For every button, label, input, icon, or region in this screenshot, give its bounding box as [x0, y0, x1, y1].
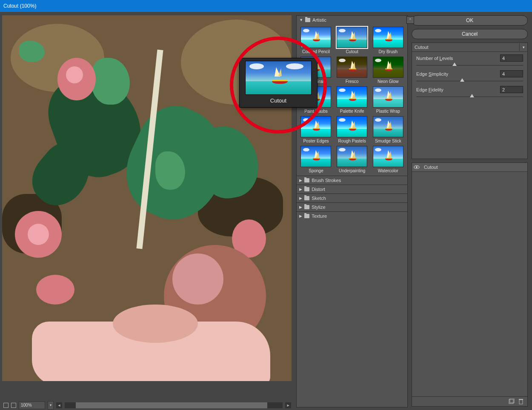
- filter-thumb-plastic-wrap[interactable]: Plastic Wrap: [371, 86, 405, 114]
- preview-pane: 100% ▾ ◄ ► Cutout: [0, 12, 295, 410]
- filter-thumb-neon-glow[interactable]: Neon Glow: [371, 57, 405, 84]
- filter-thumb-palette-knife[interactable]: Palette Knife: [335, 86, 369, 114]
- filter-thumb-label: Dry Brush: [379, 49, 398, 54]
- param-label: Edge Simplicity: [416, 71, 448, 77]
- category-label: Distort: [312, 187, 325, 192]
- folder-icon: [305, 18, 310, 22]
- ok-button[interactable]: OK: [412, 15, 528, 26]
- scroll-left-icon[interactable]: ◄: [56, 402, 62, 408]
- param-input[interactable]: [500, 70, 523, 77]
- expand-icon: ▶: [299, 196, 302, 200]
- window-titlebar: Cutout (100%): [0, 0, 532, 12]
- param-input[interactable]: [500, 86, 523, 93]
- filter-params-panel: Cutout ▾ Number of LevelsEdge Simplicity…: [412, 43, 528, 159]
- category-label: Stylize: [312, 205, 325, 210]
- param-input[interactable]: [500, 54, 523, 62]
- filter-thumb-cutout[interactable]: Cutout: [335, 27, 369, 54]
- filter-thumb-underpainting[interactable]: Underpainting: [335, 146, 369, 173]
- folder-icon: [304, 187, 309, 191]
- filter-tooltip: Cutout: [239, 58, 317, 108]
- collapse-panel-icon[interactable]: ⌃: [406, 16, 414, 24]
- collapse-icon: ▼: [299, 18, 303, 22]
- svg-point-1: [416, 166, 418, 168]
- filter-thumb-label: Sponge: [309, 168, 323, 173]
- new-layer-icon[interactable]: [509, 399, 515, 404]
- filter-thumb-colored-pencil[interactable]: Colored Pencil: [299, 27, 333, 54]
- filter-thumb-label: Fresco: [346, 79, 359, 84]
- category-label: Artistic: [312, 17, 326, 23]
- filter-thumb-label: Watercolor: [378, 168, 398, 173]
- filter-select[interactable]: Cutout ▾: [412, 43, 527, 52]
- filter-thumb-watercolor[interactable]: Watercolor: [371, 146, 405, 173]
- category-label: Brush Strokes: [312, 178, 341, 183]
- filter-thumb-dry-brush[interactable]: Dry Brush: [371, 27, 405, 54]
- filter-thumb-label: Plastic Wrap: [376, 109, 400, 114]
- folder-icon: [304, 196, 309, 200]
- scroll-right-icon[interactable]: ►: [285, 402, 291, 408]
- horizontal-scrollbar[interactable]: [65, 402, 283, 408]
- effect-layer-row[interactable]: Cutout: [412, 163, 527, 172]
- category-sketch[interactable]: ▶Sketch: [297, 194, 407, 202]
- filter-thumb-fresco[interactable]: Fresco: [335, 57, 369, 84]
- param-slider[interactable]: [416, 62, 523, 66]
- filter-thumb-label: Colored Pencil: [302, 49, 330, 54]
- folder-icon: [304, 205, 309, 209]
- category-texture[interactable]: ▶Texture: [297, 211, 407, 220]
- category-artistic[interactable]: ▼ Artistic: [297, 16, 407, 24]
- category-distort[interactable]: ▶Distort: [297, 185, 407, 194]
- param-slider[interactable]: [416, 93, 523, 97]
- category-stylize[interactable]: ▶Stylize: [297, 202, 407, 211]
- zoom-value[interactable]: 100%: [19, 401, 45, 409]
- param-label: Number of Levels: [416, 56, 453, 61]
- effect-layers-panel: Cutout: [412, 162, 528, 407]
- param-row: Edge Fidelity: [412, 83, 527, 93]
- tooltip-label: Cutout: [270, 95, 286, 105]
- filter-thumb-label: Smudge Stick: [375, 139, 401, 143]
- actual-pixels-icon[interactable]: [11, 403, 16, 408]
- filter-thumb-label: Poster Edges: [303, 139, 329, 143]
- effect-layer-name: Cutout: [421, 165, 440, 170]
- expand-icon: ▶: [299, 205, 302, 209]
- filter-thumb-label: Cutout: [346, 49, 358, 54]
- expand-icon: ▶: [299, 214, 302, 218]
- chevron-down-icon: ▾: [519, 43, 527, 51]
- trash-icon[interactable]: [518, 399, 524, 404]
- filter-thumb-smudge-stick[interactable]: Smudge Stick: [371, 116, 405, 143]
- preview-statusbar: 100% ▾ ◄ ►: [0, 400, 295, 410]
- filter-thumb-label: Palette Knife: [340, 109, 364, 114]
- folder-icon: [304, 178, 309, 182]
- visibility-icon[interactable]: [412, 163, 421, 171]
- filter-thumb-label: Rough Pastels: [338, 139, 366, 143]
- param-row: Edge Simplicity: [412, 68, 527, 77]
- category-brush-strokes[interactable]: ▶Brush Strokes: [297, 176, 407, 185]
- expand-icon: ▶: [299, 178, 302, 182]
- tooltip-thumb: [245, 61, 312, 95]
- filter-thumb-rough-pastels[interactable]: Rough Pastels: [335, 116, 369, 143]
- param-row: Number of Levels: [412, 52, 527, 62]
- category-label: Sketch: [312, 196, 326, 201]
- filter-thumb-label: Neon Glow: [378, 79, 398, 84]
- zoom-dropdown[interactable]: ▾: [48, 401, 54, 410]
- svg-rect-5: [519, 399, 523, 400]
- filter-thumb-label: Underpainting: [339, 168, 365, 173]
- svg-rect-4: [519, 400, 523, 404]
- filter-select-value: Cutout: [412, 45, 519, 50]
- folder-icon: [304, 214, 309, 218]
- filter-thumb-label: Paint Daubs: [304, 109, 327, 114]
- filter-thumb-sponge[interactable]: Sponge: [299, 146, 333, 173]
- category-label: Texture: [312, 214, 327, 219]
- param-slider[interactable]: [416, 77, 523, 82]
- window-title: Cutout (100%): [3, 3, 36, 9]
- expand-icon: ▶: [299, 187, 302, 191]
- fit-screen-icon[interactable]: [3, 403, 9, 408]
- param-label: Edge Fidelity: [416, 87, 443, 92]
- filter-thumb-poster-edges[interactable]: Poster Edges: [299, 116, 333, 143]
- cancel-button[interactable]: Cancel: [412, 29, 528, 39]
